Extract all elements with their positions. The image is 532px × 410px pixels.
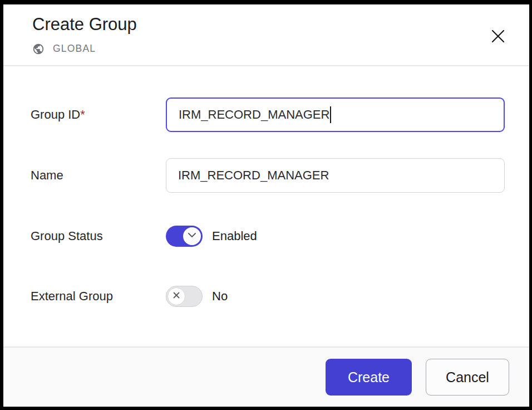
toggle-knob xyxy=(168,287,185,305)
close-button[interactable] xyxy=(489,28,507,46)
name-label: Name xyxy=(31,168,166,183)
create-button[interactable]: Create xyxy=(326,359,412,396)
group-status-value-label: Enabled xyxy=(212,229,257,243)
external-group-toggle[interactable] xyxy=(166,286,203,307)
group-id-label: Group ID* xyxy=(31,108,166,122)
modal-title: Create Group xyxy=(32,14,505,36)
chevron-down-icon xyxy=(187,232,197,240)
modal-footer: Create Cancel xyxy=(3,346,529,407)
text-caret xyxy=(330,106,331,123)
name-input[interactable] xyxy=(166,158,505,193)
group-status-label: Group Status xyxy=(31,229,166,243)
scope-row: GLOBAL xyxy=(32,43,505,65)
modal-header: Create Group GLOBAL xyxy=(3,4,529,66)
name-field-row: Name xyxy=(31,158,505,193)
close-icon xyxy=(491,29,505,45)
group-status-row: Group Status Enabled xyxy=(31,226,505,247)
create-group-modal: Create Group GLOBAL Group ID* xyxy=(0,0,532,410)
group-id-label-text: Group ID xyxy=(31,108,80,121)
group-status-toggle[interactable] xyxy=(166,226,203,247)
required-asterisk: * xyxy=(80,108,85,121)
globe-icon xyxy=(32,43,45,55)
x-icon xyxy=(173,291,180,301)
group-id-value: IRM_RECORD_MANAGER xyxy=(179,108,329,122)
external-group-value-label: No xyxy=(212,289,228,304)
toggle-knob xyxy=(183,227,201,245)
external-group-label: External Group xyxy=(31,289,166,304)
group-id-input[interactable]: IRM_RECORD_MANAGER xyxy=(166,97,505,132)
external-group-row: External Group No xyxy=(31,286,505,307)
group-id-field-row: Group ID* IRM_RECORD_MANAGER xyxy=(31,97,505,132)
scope-label: GLOBAL xyxy=(53,43,96,55)
modal-body: Group ID* IRM_RECORD_MANAGER Name Group … xyxy=(3,66,529,346)
cancel-button[interactable]: Cancel xyxy=(426,359,509,396)
